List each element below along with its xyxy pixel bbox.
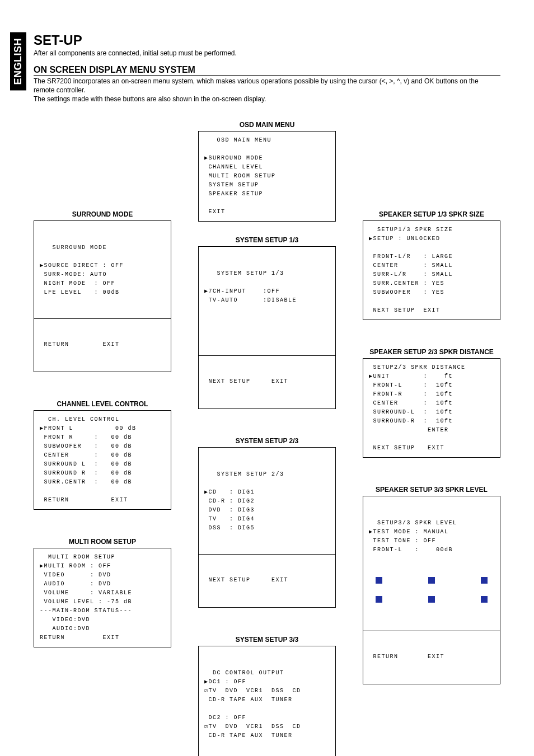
speaker-setup-2-label: SPEAKER SETUP 2/3 SPKR DISTANCE [363,348,500,356]
multi-room-panel: MULTI ROOM SETUP ▶MULTI ROOM : OFF VIDEO… [34,548,171,647]
surround-mode-label: SURROUND MODE [34,210,171,218]
speaker-setup-2-panel: SETUP2/3 SPKR DISTANCE ▶UNIT : ft FRONT-… [363,358,500,458]
osd-footer: RETURN EXIT [369,652,494,661]
speaker-setup-1-panel: SETUP1/3 SPKR SIZE ▶SETUP : UNLOCKED FRO… [363,220,500,320]
osd-text: SETUP3/3 SPKR LEVEL ▶TEST MODE : MANUAL … [369,519,494,555]
system-setup-3-label: SYSTEM SETUP 3/3 [236,636,298,644]
osd-footer: NEXT SETUP EXIT [204,377,330,386]
osd-text: DC CONTROL OUTPUT ▶DC1 : OFF ☑TV DVD VCR… [204,669,330,740]
multi-room-label: MULTI ROOM SETUP [34,538,171,546]
divider [199,554,335,555]
speaker-square-icon [481,596,488,603]
subtitle: After all components are connected, init… [34,49,500,57]
speaker-setup-1-label: SPEAKER SETUP 1/3 SPKR SIZE [363,210,500,218]
language-tab: ENGLISH [10,32,26,91]
osd-main-menu-panel: OSD MAIN MENU ▶SURROUND MODE CHANNEL LEV… [198,131,336,222]
desc-line-2: The settings made with these buttons are… [34,95,266,103]
system-setup-1-panel: SYSTEM SETUP 1/3 ▶7CH-INPUT :OFF TV-AUTO… [198,246,336,409]
system-setup-2-panel: SYSTEM SETUP 2/3 ▶CD : DIG1 CD-R : DIG2 … [198,447,336,608]
channel-level-panel: CH. LEVEL CONTROL ▶FRONT L 00 dB FRONT R… [34,410,171,510]
surround-mode-panel: SURROUND MODE ▶SOURCE DIRECT : OFF SURR-… [34,220,171,372]
osd-footer: RETURN EXIT [40,340,165,349]
desc-line-1: The SR7200 incorporates an on-screen men… [34,77,479,94]
osd-text: SYSTEM SETUP 2/3 ▶CD : DIG1 CD-R : DIG2 … [204,470,330,533]
channel-level-label: CHANNEL LEVEL CONTROL [34,400,171,408]
system-setup-3-panel: DC CONTROL OUTPUT ▶DC1 : OFF ☑TV DVD VCR… [198,646,336,756]
speaker-level-graphic [369,572,494,609]
divider [199,355,335,356]
speaker-square-icon [428,596,435,603]
speaker-setup-3-label: SPEAKER SETUP 3/3 SPKR LEVEL [363,486,500,494]
osd-text: SURROUND MODE ▶SOURCE DIRECT : OFF SURR-… [40,243,165,297]
speaker-square-icon [376,596,382,603]
system-setup-1-label: SYSTEM SETUP 1/3 [236,236,298,244]
osd-main-menu-label: OSD MAIN MENU [240,121,295,129]
divider [34,318,171,319]
system-setup-2-label: SYSTEM SETUP 2/3 [236,437,298,445]
speaker-square-icon [481,577,488,584]
page-title: SET-UP [34,32,500,48]
divider [363,631,500,631]
speaker-setup-3-panel: SETUP3/3 SPKR LEVEL ▶TEST MODE : MANUAL … [363,496,500,684]
speaker-square-icon [376,577,382,584]
section-desc: The SR7200 incorporates an on-screen men… [34,77,500,104]
osd-text: SYSTEM SETUP 1/3 ▶7CH-INPUT :OFF TV-AUTO… [204,269,330,305]
section-heading: ON SCREEN DISPLAY MENU SYSTEM [34,65,500,76]
speaker-square-icon [428,577,435,584]
osd-footer: NEXT SETUP EXIT [204,576,330,585]
